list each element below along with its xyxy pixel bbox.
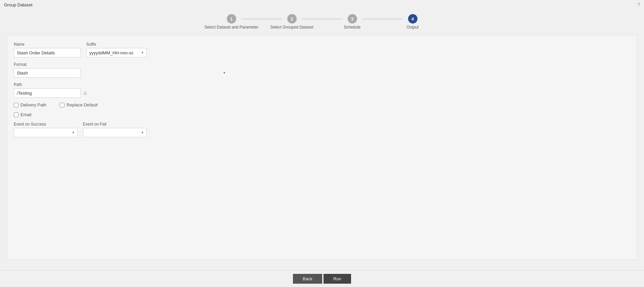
suffix-label: Suffix bbox=[86, 42, 147, 47]
step-1-label: Select Dataset and Parameter bbox=[204, 25, 258, 30]
step-3-circle: 3 bbox=[348, 14, 357, 23]
replace-default-group: Replace Default bbox=[60, 102, 98, 107]
format-group: Format Stash CSV Excel bbox=[14, 62, 229, 78]
replace-default-label: Replace Default bbox=[66, 102, 98, 107]
step-1: 1 Select Dataset and Parameter bbox=[201, 14, 262, 30]
stepper: 1 Select Dataset and Parameter 2 Select … bbox=[0, 9, 644, 35]
delivery-path-checkbox[interactable] bbox=[14, 103, 18, 107]
bottom-bar: Back Run bbox=[0, 270, 644, 287]
event-fail-group: Event on Fail bbox=[83, 122, 147, 137]
main-content: Name Suffix yyyyddMM_HH-mm-ss yyyyMMdd y… bbox=[7, 35, 637, 260]
checkboxes-row-1: Delivery Path Replace Default bbox=[14, 102, 229, 107]
step-3: 3 Schedule bbox=[322, 14, 383, 30]
help-icon[interactable]: ? bbox=[637, 2, 640, 7]
app-title: Group Dataset bbox=[4, 2, 33, 7]
event-fail-select-wrapper bbox=[83, 128, 147, 137]
event-success-label: Event on Success bbox=[14, 122, 78, 127]
name-label: Name bbox=[14, 42, 81, 47]
format-label: Format bbox=[14, 62, 229, 67]
home-icon[interactable]: ⌂ bbox=[82, 89, 88, 97]
delivery-path-group: Delivery Path bbox=[14, 102, 46, 107]
name-suffix-row: Name Suffix yyyyddMM_HH-mm-ss yyyyMMdd y… bbox=[14, 42, 229, 57]
step-2: 2 Select Grouped Dataset bbox=[262, 14, 322, 30]
path-row: ⌂ bbox=[14, 88, 229, 98]
name-input[interactable] bbox=[14, 48, 81, 57]
event-success-group: Event on Success bbox=[14, 122, 78, 137]
step-2-circle: 2 bbox=[287, 14, 297, 23]
back-button[interactable]: Back bbox=[293, 274, 322, 284]
email-checkbox[interactable] bbox=[14, 112, 18, 117]
suffix-select-wrapper: yyyyddMM_HH-mm-ss yyyyMMdd yyyyMMdd_HHmm… bbox=[86, 48, 147, 57]
event-success-select-wrapper bbox=[14, 128, 78, 137]
run-button[interactable]: Run bbox=[324, 274, 351, 284]
suffix-select[interactable]: yyyyddMM_HH-mm-ss yyyyMMdd yyyyMMdd_HHmm… bbox=[86, 48, 147, 57]
path-group: Path ⌂ bbox=[14, 82, 229, 98]
name-group: Name bbox=[14, 42, 81, 57]
step-4-circle: 4 bbox=[408, 14, 417, 23]
format-select[interactable]: Stash CSV Excel bbox=[14, 68, 81, 78]
step-2-label: Select Grouped Dataset bbox=[270, 25, 313, 30]
path-label: Path bbox=[14, 82, 229, 87]
step-1-circle: 1 bbox=[227, 14, 236, 23]
step-3-label: Schedule bbox=[344, 25, 360, 30]
event-success-select[interactable] bbox=[14, 128, 78, 137]
email-label: Email bbox=[20, 112, 32, 117]
suffix-group: Suffix yyyyddMM_HH-mm-ss yyyyMMdd yyyyMM… bbox=[86, 42, 147, 57]
top-bar: Group Dataset ? bbox=[0, 0, 644, 9]
form-section: Name Suffix yyyyddMM_HH-mm-ss yyyyMMdd y… bbox=[14, 42, 229, 137]
event-fail-select[interactable] bbox=[83, 128, 147, 137]
event-fail-label: Event on Fail bbox=[83, 122, 147, 127]
replace-default-checkbox[interactable] bbox=[60, 103, 64, 107]
delivery-path-label: Delivery Path bbox=[20, 102, 46, 107]
format-select-wrapper: Stash CSV Excel bbox=[14, 68, 229, 78]
step-4: 4 Output bbox=[383, 14, 443, 30]
step-4-label: Output bbox=[406, 25, 418, 30]
path-input[interactable] bbox=[14, 88, 81, 98]
email-group: Email bbox=[14, 112, 229, 117]
events-row: Event on Success Event on Fail bbox=[14, 122, 229, 137]
